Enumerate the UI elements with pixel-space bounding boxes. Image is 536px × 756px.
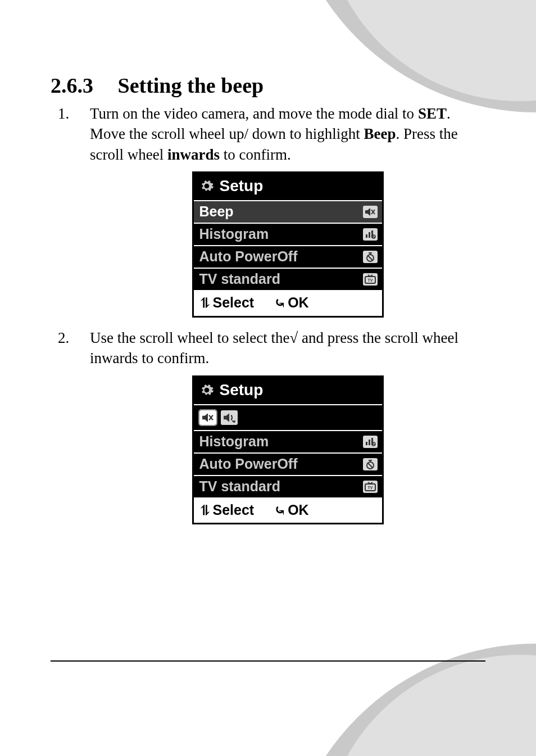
tv-icon: TV xyxy=(363,273,378,286)
tv-icon: TV xyxy=(363,481,378,493)
menu-label: Histogram xyxy=(199,225,269,244)
setup-title-bar: Setup xyxy=(194,173,382,200)
menu-row-tvstandard: TV standard TV xyxy=(194,268,382,290)
ok-hint: ⤿OK xyxy=(274,293,309,313)
step-bold: inwards xyxy=(167,146,220,163)
power-timer-icon xyxy=(363,251,378,263)
svg-text:TV: TV xyxy=(367,278,373,282)
menu-row-tvstandard: TV standard TV xyxy=(194,475,382,497)
beep-on-option xyxy=(221,410,238,425)
menu-label: Auto PowerOff xyxy=(199,247,298,266)
power-timer-icon xyxy=(363,458,378,470)
gear-icon xyxy=(199,383,214,397)
svg-rect-1 xyxy=(369,232,370,238)
check-glyph: √ xyxy=(289,329,298,346)
speaker-mute-icon xyxy=(363,206,378,218)
menu-label: Beep xyxy=(199,202,234,221)
menu-label: Auto PowerOff xyxy=(199,455,298,474)
menu-row-autopoweroff: Auto PowerOff xyxy=(194,452,382,475)
menu-row-histogram: Histogram xyxy=(194,223,382,245)
setup-title: Setup xyxy=(220,379,264,401)
setup-title-bar: Setup xyxy=(194,377,382,404)
svg-rect-0 xyxy=(366,234,367,238)
press-in-icon: ⤿ xyxy=(274,503,285,518)
scroll-wheel-icon: ⥮ xyxy=(199,295,211,310)
svg-rect-8 xyxy=(366,442,367,445)
section-title: Setting the beep xyxy=(118,74,264,97)
step-1: Turn on the video camera, and move the m… xyxy=(73,103,485,318)
beep-off-option xyxy=(199,410,216,425)
histogram-icon xyxy=(363,228,378,241)
section-number: 2.6.3 xyxy=(51,73,112,98)
svg-rect-9 xyxy=(369,440,370,445)
step-2: Use the scroll wheel to select the√ and … xyxy=(73,328,485,524)
gear-icon xyxy=(199,179,214,193)
setup-title: Setup xyxy=(220,175,264,197)
page-footer-rule xyxy=(51,660,485,662)
menu-footer: ⥮Select ⤿OK xyxy=(194,290,382,316)
step-text: Turn on the video camera, and move the m… xyxy=(90,105,418,122)
menu-label: TV standard xyxy=(199,477,280,496)
menu-footer: ⥮Select ⤿OK xyxy=(194,497,382,523)
beep-option-row xyxy=(194,404,382,430)
section-heading: 2.6.3 Setting the beep xyxy=(51,73,485,98)
select-hint: ⥮Select xyxy=(199,293,255,313)
select-hint: ⥮Select xyxy=(199,501,255,520)
step-bold: SET xyxy=(418,105,447,122)
menu-label: Histogram xyxy=(199,432,269,451)
ok-hint: ⤿OK xyxy=(274,501,309,520)
setup-menu-screenshot-1: Setup Beep Histogram xyxy=(192,171,384,318)
press-in-icon: ⤿ xyxy=(274,295,285,310)
step-text: Use the scroll wheel to select the xyxy=(90,329,289,346)
setup-menu-screenshot-2: Setup Histogram xyxy=(192,375,384,525)
histogram-icon xyxy=(363,436,378,448)
step-text: to confirm. xyxy=(220,146,291,163)
step-bold: Beep xyxy=(364,125,396,142)
svg-text:TV: TV xyxy=(367,486,373,490)
menu-row-beep: Beep xyxy=(194,200,382,223)
menu-row-autopoweroff: Auto PowerOff xyxy=(194,245,382,268)
menu-label: TV standard xyxy=(199,270,280,289)
scroll-wheel-icon: ⥮ xyxy=(199,503,211,518)
menu-row-histogram: Histogram xyxy=(194,430,382,452)
